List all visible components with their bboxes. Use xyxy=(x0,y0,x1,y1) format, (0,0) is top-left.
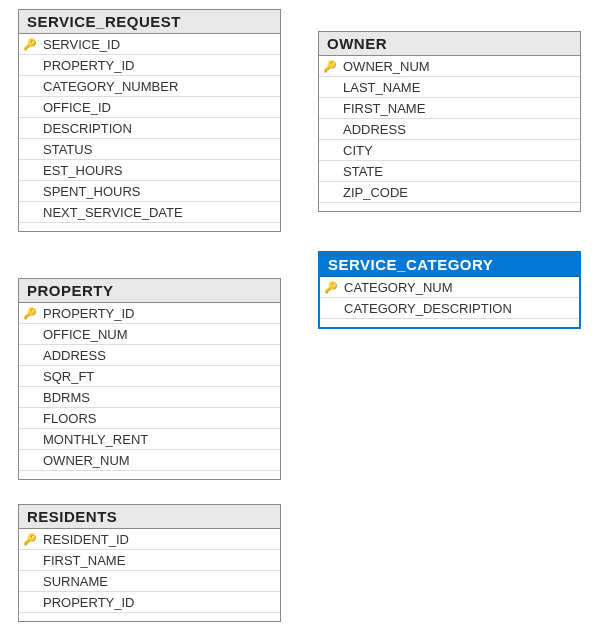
column-name: OFFICE_NUM xyxy=(41,327,280,342)
table-row[interactable]: 🔑CATEGORY_NUM xyxy=(320,277,579,298)
table-property[interactable]: PROPERTY 🔑PROPERTY_ID OFFICE_NUM ADDRESS… xyxy=(18,278,281,480)
column-name: LAST_NAME xyxy=(341,80,580,95)
table-row[interactable]: ZIP_CODE xyxy=(319,182,580,203)
table-header: OWNER xyxy=(319,32,580,56)
table-row[interactable]: PROPERTY_ID xyxy=(19,592,280,613)
column-name: PROPERTY_ID xyxy=(41,58,280,73)
column-name: OWNER_NUM xyxy=(41,453,280,468)
column-name: CITY xyxy=(341,143,580,158)
table-owner[interactable]: OWNER 🔑OWNER_NUM LAST_NAME FIRST_NAME AD… xyxy=(318,31,581,212)
table-row[interactable]: 🔑OWNER_NUM xyxy=(319,56,580,77)
key-icon: 🔑 xyxy=(320,281,342,294)
column-name: SERVICE_ID xyxy=(41,37,280,52)
table-row[interactable]: SPENT_HOURS xyxy=(19,181,280,202)
table-row[interactable]: 🔑PROPERTY_ID xyxy=(19,303,280,324)
column-name: PROPERTY_ID xyxy=(41,595,280,610)
table-row[interactable]: SURNAME xyxy=(19,571,280,592)
table-residents[interactable]: RESIDENTS 🔑RESIDENT_ID FIRST_NAME SURNAM… xyxy=(18,504,281,622)
table-row[interactable]: EST_HOURS xyxy=(19,160,280,181)
table-row[interactable]: CATEGORY_NUMBER xyxy=(19,76,280,97)
column-name: SURNAME xyxy=(41,574,280,589)
key-icon: 🔑 xyxy=(19,533,41,546)
column-name: STATE xyxy=(341,164,580,179)
column-name: ADDRESS xyxy=(41,348,280,363)
column-name: BDRMS xyxy=(41,390,280,405)
table-row[interactable]: PROPERTY_ID xyxy=(19,55,280,76)
column-name: OFFICE_ID xyxy=(41,100,280,115)
table-service-request[interactable]: SERVICE_REQUEST 🔑SERVICE_ID PROPERTY_ID … xyxy=(18,9,281,232)
column-name: STATUS xyxy=(41,142,280,157)
table-service-category[interactable]: SERVICE_CATEGORY 🔑CATEGORY_NUM CATEGORY_… xyxy=(318,251,581,329)
column-name: CATEGORY_NUM xyxy=(342,280,579,295)
table-row[interactable]: NEXT_SERVICE_DATE xyxy=(19,202,280,223)
column-name: PROPERTY_ID xyxy=(41,306,280,321)
table-row[interactable]: 🔑RESIDENT_ID xyxy=(19,529,280,550)
column-name: DESCRIPTION xyxy=(41,121,280,136)
table-row[interactable]: CATEGORY_DESCRIPTION xyxy=(320,298,579,319)
table-row[interactable]: ADDRESS xyxy=(19,345,280,366)
column-name: FLOORS xyxy=(41,411,280,426)
key-icon: 🔑 xyxy=(19,307,41,320)
column-name: OWNER_NUM xyxy=(341,59,580,74)
table-header: SERVICE_REQUEST xyxy=(19,10,280,34)
table-row[interactable]: ADDRESS xyxy=(319,119,580,140)
table-row[interactable]: MONTHLY_RENT xyxy=(19,429,280,450)
table-header: PROPERTY xyxy=(19,279,280,303)
column-name: SPENT_HOURS xyxy=(41,184,280,199)
column-name: ADDRESS xyxy=(341,122,580,137)
table-row[interactable]: STATE xyxy=(319,161,580,182)
table-row[interactable]: LAST_NAME xyxy=(319,77,580,98)
table-row[interactable]: DESCRIPTION xyxy=(19,118,280,139)
column-name: FIRST_NAME xyxy=(41,553,280,568)
table-row[interactable]: STATUS xyxy=(19,139,280,160)
table-row[interactable]: BDRMS xyxy=(19,387,280,408)
table-row[interactable]: CITY xyxy=(319,140,580,161)
table-row[interactable]: OFFICE_ID xyxy=(19,97,280,118)
table-header: SERVICE_CATEGORY xyxy=(320,253,579,277)
table-row[interactable]: OWNER_NUM xyxy=(19,450,280,471)
column-name: RESIDENT_ID xyxy=(41,532,280,547)
table-row[interactable]: FIRST_NAME xyxy=(319,98,580,119)
table-row[interactable]: FIRST_NAME xyxy=(19,550,280,571)
key-icon: 🔑 xyxy=(319,60,341,73)
table-row[interactable]: 🔑SERVICE_ID xyxy=(19,34,280,55)
column-name: EST_HOURS xyxy=(41,163,280,178)
table-row[interactable]: FLOORS xyxy=(19,408,280,429)
table-row[interactable]: SQR_FT xyxy=(19,366,280,387)
column-name: FIRST_NAME xyxy=(341,101,580,116)
table-header: RESIDENTS xyxy=(19,505,280,529)
key-icon: 🔑 xyxy=(19,38,41,51)
column-name: ZIP_CODE xyxy=(341,185,580,200)
column-name: SQR_FT xyxy=(41,369,280,384)
column-name: NEXT_SERVICE_DATE xyxy=(41,205,280,220)
column-name: MONTHLY_RENT xyxy=(41,432,280,447)
column-name: CATEGORY_DESCRIPTION xyxy=(342,301,579,316)
column-name: CATEGORY_NUMBER xyxy=(41,79,280,94)
table-row[interactable]: OFFICE_NUM xyxy=(19,324,280,345)
